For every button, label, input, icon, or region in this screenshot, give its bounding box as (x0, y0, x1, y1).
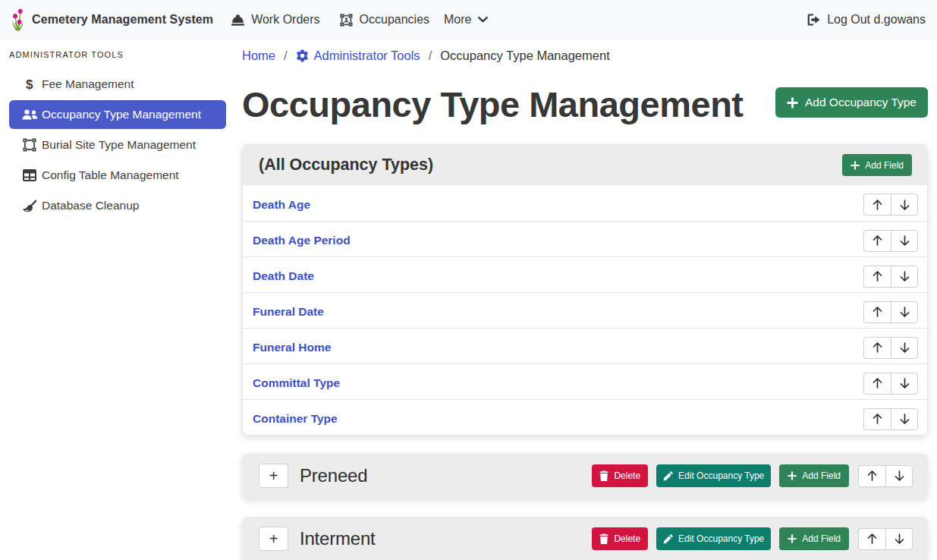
svg-text:$: $ (26, 77, 33, 91)
